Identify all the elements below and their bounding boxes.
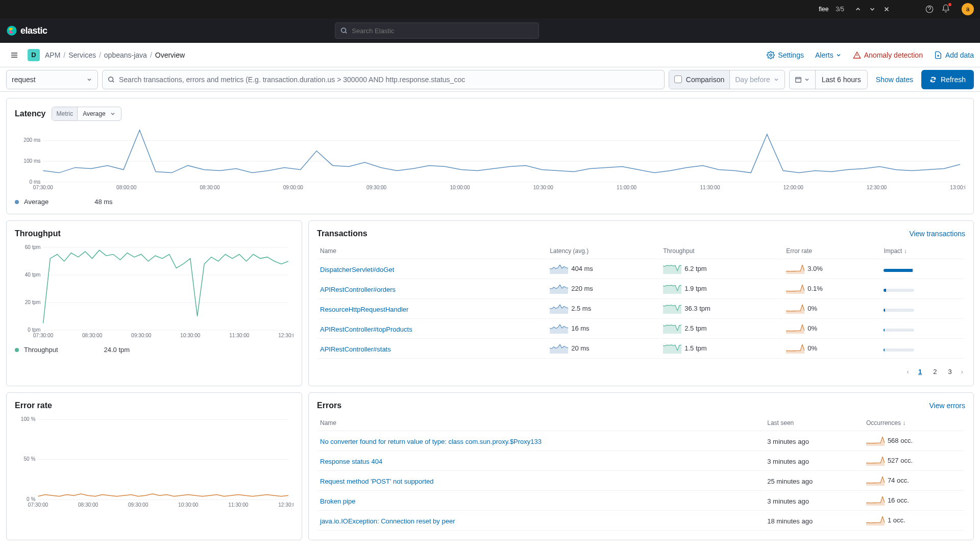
svg-text:0 %: 0 % xyxy=(27,496,35,502)
svg-text:08:00:00: 08:00:00 xyxy=(116,185,137,190)
search-icon xyxy=(108,76,115,83)
elastic-logo[interactable]: elastic xyxy=(0,25,54,36)
legend-label: Average xyxy=(24,198,48,206)
comparison-toggle[interactable]: Comparison Day before xyxy=(669,70,785,89)
pagination: ‹ 1 2 3 › xyxy=(317,366,965,378)
legend-value: 48 ms xyxy=(94,198,112,206)
col-occurrences[interactable]: Occurrences ↓ xyxy=(864,415,964,431)
latency-metric-select[interactable]: Metric Average xyxy=(52,107,121,121)
refresh-icon xyxy=(929,76,937,83)
col-throughput[interactable]: Throughput xyxy=(661,243,783,259)
chevron-down-icon xyxy=(804,77,810,83)
view-transactions-link[interactable]: View transactions xyxy=(910,230,965,238)
anomaly-detection-link[interactable]: Anomaly detection xyxy=(853,51,923,59)
svg-text:12:00:00: 12:00:00 xyxy=(783,185,804,190)
page-next[interactable]: › xyxy=(959,366,965,378)
col-name[interactable]: Name xyxy=(318,415,764,431)
transactions-title: Transactions xyxy=(317,229,368,238)
errors-panel: Errors View errors Name Last seen Occurr… xyxy=(308,392,974,540)
svg-text:08:30:00: 08:30:00 xyxy=(78,502,99,508)
page-2[interactable]: 2 xyxy=(929,366,941,378)
transaction-link[interactable]: APIRestController#orders xyxy=(320,286,396,293)
page-prev[interactable]: ‹ xyxy=(905,366,911,378)
transaction-type-dropdown[interactable]: request xyxy=(6,70,98,89)
find-prev-icon[interactable] xyxy=(854,6,862,13)
impact-bar xyxy=(884,348,914,352)
transaction-link[interactable]: APIRestController#stats xyxy=(320,345,391,353)
global-search-input[interactable] xyxy=(352,27,533,35)
add-data-link[interactable]: Add data xyxy=(934,51,974,59)
svg-text:11:00:00: 11:00:00 xyxy=(617,185,637,190)
breadcrumb-services[interactable]: Services xyxy=(68,51,96,59)
svg-point-3 xyxy=(109,77,113,81)
page-3[interactable]: 3 xyxy=(944,366,955,378)
col-last-seen[interactable]: Last seen xyxy=(765,415,863,431)
svg-text:08:30:00: 08:30:00 xyxy=(200,185,220,190)
chevron-down-icon xyxy=(86,77,92,83)
refresh-button[interactable]: Refresh xyxy=(921,70,974,89)
notification-icon[interactable] xyxy=(941,4,950,13)
svg-text:11:30:00: 11:30:00 xyxy=(228,502,249,508)
global-search[interactable] xyxy=(335,22,539,39)
error-link[interactable]: java.io.IOException: Connection reset by… xyxy=(320,517,455,525)
svg-text:10:30:00: 10:30:00 xyxy=(180,333,201,338)
svg-text:07:30:00: 07:30:00 xyxy=(28,502,48,508)
latency-panel: Latency Metric Average 0 ms100 ms200 ms0… xyxy=(6,98,974,214)
calendar-icon xyxy=(795,76,802,83)
user-avatar[interactable]: a xyxy=(962,3,974,15)
error-link[interactable]: Broken pipe xyxy=(320,497,355,505)
error-rate-chart: 0 %50 %100 %07:30:0008:30:0009:30:0010:3… xyxy=(15,414,293,509)
table-row: APIRestController#stats20 ms1.5 tpm0% xyxy=(318,340,964,359)
svg-text:09:30:00: 09:30:00 xyxy=(366,185,387,190)
svg-text:20 tpm: 20 tpm xyxy=(25,299,41,305)
view-errors-link[interactable]: View errors xyxy=(929,402,965,410)
error-link[interactable]: No converter found for return value of t… xyxy=(320,438,542,445)
latency-chart: 0 ms100 ms200 ms07:30:0008:00:0008:30:00… xyxy=(15,125,965,191)
svg-rect-4 xyxy=(795,77,801,82)
chevron-down-icon xyxy=(110,111,116,117)
find-next-icon[interactable] xyxy=(869,6,876,13)
svg-text:60 tpm: 60 tpm xyxy=(25,244,41,250)
table-row: java.io.IOException: Connection reset by… xyxy=(318,512,964,531)
page-1[interactable]: 1 xyxy=(914,366,926,378)
breadcrumb-service[interactable]: opbeans-java xyxy=(104,51,147,59)
col-error-rate[interactable]: Error rate xyxy=(784,243,880,259)
table-row: No converter found for return value of t… xyxy=(318,432,964,451)
errors-title: Errors xyxy=(317,401,341,410)
help-icon[interactable] xyxy=(925,5,934,14)
impact-bar xyxy=(884,329,914,332)
settings-link[interactable]: Settings xyxy=(767,51,804,59)
alerts-link[interactable]: Alerts xyxy=(815,51,842,59)
svg-text:0 tpm: 0 tpm xyxy=(28,327,40,333)
gear-icon xyxy=(767,51,775,59)
browser-find-count: 3/5 xyxy=(836,6,844,13)
find-close-icon[interactable] xyxy=(883,6,890,13)
table-row: Broken pipe3 minutes ago16 occ. xyxy=(318,492,964,511)
date-picker[interactable]: Last 6 hours xyxy=(789,70,868,89)
svg-text:100 %: 100 % xyxy=(21,416,36,422)
breadcrumb-apm[interactable]: APM xyxy=(45,51,60,59)
error-link[interactable]: Response status 404 xyxy=(320,458,382,465)
col-impact[interactable]: Impact ↓ xyxy=(881,243,964,259)
nav-menu-button[interactable] xyxy=(6,47,22,63)
col-latency[interactable]: Latency (avg.) xyxy=(548,243,660,259)
transaction-link[interactable]: APIRestController#topProducts xyxy=(320,325,412,333)
svg-text:09:30:00: 09:30:00 xyxy=(131,333,152,338)
transaction-link[interactable]: ResourceHttpRequestHandler xyxy=(320,306,408,313)
space-badge[interactable]: D xyxy=(28,49,40,61)
error-link[interactable]: Request method 'POST' not supported xyxy=(320,478,433,485)
svg-text:13:00:00: 13:00:00 xyxy=(950,185,965,190)
warning-icon xyxy=(853,51,861,59)
query-input[interactable]: Search transactions, errors and metrics … xyxy=(102,70,665,89)
svg-point-1 xyxy=(341,28,346,33)
svg-text:08:30:00: 08:30:00 xyxy=(82,333,103,338)
transaction-link[interactable]: DispatcherServlet#doGet xyxy=(320,266,394,273)
table-row: APIRestController#orders220 ms1.9 tpm0.1… xyxy=(318,280,964,299)
show-dates-link[interactable]: Show dates xyxy=(872,76,917,84)
legend-value: 24.0 tpm xyxy=(104,346,130,354)
svg-text:07:30:00: 07:30:00 xyxy=(33,333,54,338)
comparison-checkbox[interactable] xyxy=(674,76,682,83)
svg-text:11:30:00: 11:30:00 xyxy=(229,333,250,338)
col-name[interactable]: Name xyxy=(318,243,547,259)
chevron-down-icon xyxy=(836,52,842,58)
